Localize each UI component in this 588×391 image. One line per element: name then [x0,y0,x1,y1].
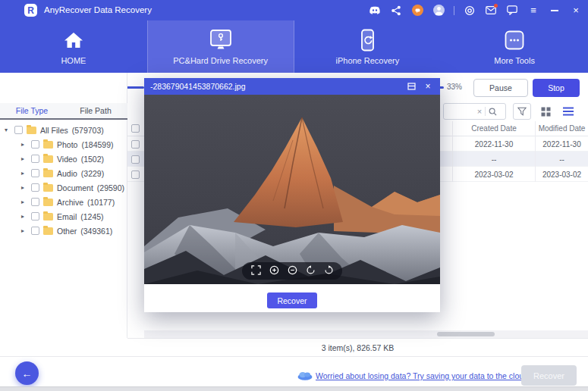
tree-item-document[interactable]: ▸ Document (29590) [0,180,127,195]
scan-progress-percent: 33% [447,83,462,91]
cell-created-date[interactable]: 2022-11-30 [455,140,533,149]
row-checkbox[interactable] [131,140,140,149]
checkbox[interactable] [31,183,39,192]
tree-item-label: Document [57,183,93,192]
app-logo-icon: R [24,4,37,17]
sidebar-tabs: File Type File Path [0,103,127,120]
maximize-icon[interactable] [405,80,417,92]
minimize-icon[interactable] [549,5,561,17]
clear-search-icon[interactable]: × [474,107,485,116]
close-icon[interactable]: × [422,80,434,92]
tree-item-label: All Files [40,126,68,135]
modal-recover-button[interactable]: Recover [267,292,317,308]
cell-created-date[interactable]: 2023-03-02 [455,170,533,179]
tree-item-video[interactable]: ▸ Video (1502) [0,152,127,166]
mail-icon[interactable] [485,5,497,17]
tab-file-path[interactable]: File Path [64,106,127,115]
caret-right-icon[interactable]: ▸ [21,199,27,205]
account-avatar-icon[interactable] [432,5,445,17]
preview-filename: -283679041453870662.jpg [150,82,401,91]
recover-button-disabled[interactable]: Recover [521,365,577,386]
column-header-created-date[interactable]: Created Date [455,124,533,133]
tree-item-email[interactable]: ▸ Email (1245) [0,209,127,224]
horizontal-scrollbar-track[interactable] [144,330,588,338]
tree-item-count: (1502) [81,155,104,164]
tree-item-audio[interactable]: ▸ Audio (3229) [0,166,127,180]
tab-label: PC&Hard Drive Recovery [173,56,268,65]
zoom-out-icon[interactable] [288,264,297,278]
folder-icon [43,213,53,221]
caret-right-icon[interactable]: ▸ [21,170,27,177]
stop-button[interactable]: Stop [533,79,580,97]
menu-icon[interactable]: ≡ [527,5,539,17]
cell-modified-date[interactable]: -- [536,155,588,164]
select-all-checkbox[interactable] [131,124,140,133]
preview-modal-titlebar: -283679041453870662.jpg × [144,78,440,95]
cell-modified-date[interactable]: 2022-11-30 [536,140,588,149]
checkbox[interactable] [31,155,39,163]
app-window: R AnyRecover Data Recovery [0,0,588,391]
checkbox[interactable] [31,212,39,221]
folder-icon [43,199,53,206]
titlebar: R AnyRecover Data Recovery [0,0,588,20]
folder-icon [43,141,53,149]
cloud-backup-link[interactable]: Worried about losing data? Try saving yo… [316,371,528,380]
checkbox[interactable] [31,169,39,177]
tree-item-label: Photo [57,140,77,149]
rotate-right-icon[interactable] [324,264,334,278]
list-view-icon[interactable] [560,105,577,118]
tree-item-label: Email [57,212,77,221]
tree-item-archive[interactable]: ▸ Archive (10177) [0,195,127,209]
app-title: AnyRecover Data Recovery [44,5,152,14]
fullscreen-icon[interactable] [251,264,261,278]
horizontal-scrollbar-thumb[interactable] [437,332,495,336]
tree-item-count: (3229) [81,169,104,178]
window-bottom-edge [0,386,588,391]
tree-item-photo[interactable]: ▸ Photo (184599) [0,137,127,152]
filter-button[interactable] [513,103,531,120]
tab-more-tools[interactable]: More Tools [441,20,588,73]
tab-label: HOME [61,56,86,65]
discord-icon[interactable] [369,5,381,17]
tree-item-all-files[interactable]: ▾ All Files (579703) [0,123,127,137]
cell-created-date[interactable]: -- [455,155,533,164]
image-toolbar [242,262,342,280]
tab-file-type[interactable]: File Type [0,106,64,115]
caret-right-icon[interactable]: ▸ [21,227,27,234]
tree-item-count: (579703) [72,126,104,135]
checkbox[interactable] [14,126,23,134]
checkbox[interactable] [31,140,39,149]
row-checkbox[interactable] [131,170,140,179]
tab-home[interactable]: HOME [0,20,147,73]
checkbox[interactable] [31,198,39,206]
back-button[interactable]: ← [15,361,39,385]
pause-button[interactable]: Pause [473,79,528,97]
search-input[interactable] [444,105,474,118]
tree-item-count: (349361) [80,227,112,236]
folder-icon [43,155,53,163]
column-header-modified-date[interactable]: Modified Date [536,124,588,133]
caret-down-icon[interactable]: ▾ [5,127,11,133]
cell-modified-date[interactable]: 2023-03-02 [536,170,588,179]
search-icon[interactable] [486,108,499,116]
caret-right-icon[interactable]: ▸ [21,213,27,220]
caret-right-icon[interactable]: ▸ [21,184,27,191]
titlebar-actions: ≡ × [369,0,582,20]
zoom-in-icon[interactable] [269,264,279,278]
checkbox[interactable] [31,227,39,235]
tab-pc-hard-drive-recovery[interactable]: PC&Hard Drive Recovery [147,20,294,73]
grid-view-icon[interactable] [537,105,554,118]
feedback-chat-icon[interactable] [506,5,518,17]
rotate-left-icon[interactable] [306,264,316,278]
share-icon[interactable] [390,5,402,17]
register-icon[interactable] [464,5,476,17]
close-icon[interactable]: × [570,5,582,17]
monitor-recovery-icon [208,27,234,53]
row-checkbox[interactable] [131,155,140,164]
folder-icon [27,127,36,134]
caret-right-icon[interactable]: ▸ [21,155,27,162]
support-chat-icon[interactable] [411,5,423,17]
tree-item-other[interactable]: ▸ Other (349361) [0,224,127,238]
caret-right-icon[interactable]: ▸ [21,141,27,148]
tab-iphone-recovery[interactable]: iPhone Recovery [294,20,442,73]
